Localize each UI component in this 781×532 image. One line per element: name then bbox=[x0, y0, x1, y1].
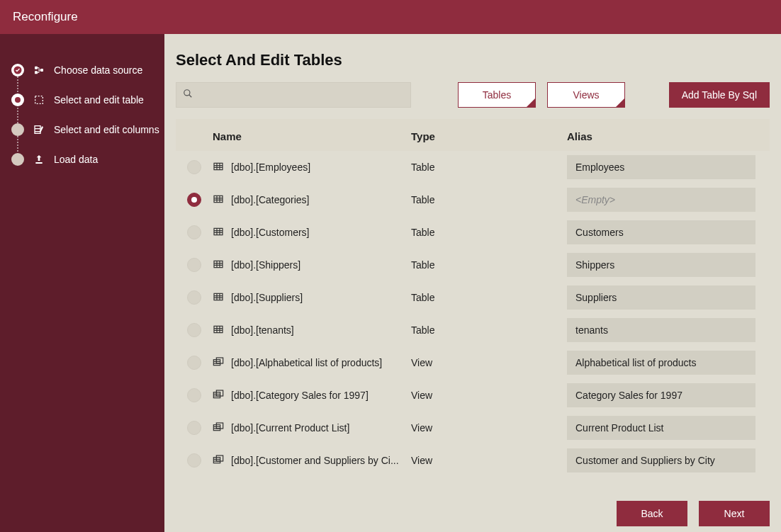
body: Choose data sourceSelect and edit tableS… bbox=[0, 34, 781, 532]
svg-rect-44 bbox=[216, 358, 223, 363]
row-radio[interactable] bbox=[187, 193, 201, 207]
upload-icon bbox=[33, 153, 45, 166]
table-icon bbox=[213, 226, 225, 239]
svg-rect-36 bbox=[214, 326, 223, 332]
alias-input[interactable] bbox=[567, 220, 755, 244]
step-list: Choose data sourceSelect and edit tableS… bbox=[0, 55, 164, 174]
row-name: [dbo].[tenants] bbox=[231, 324, 411, 336]
row-radio[interactable] bbox=[187, 356, 201, 370]
table-row[interactable]: [dbo].[Shippers]Table bbox=[176, 249, 770, 281]
table-header: Name Type Alias bbox=[176, 119, 770, 151]
svg-rect-3 bbox=[40, 69, 43, 72]
alias-input[interactable] bbox=[567, 351, 755, 375]
step-indicator bbox=[11, 123, 24, 136]
row-type: View bbox=[411, 455, 567, 466]
row-type: View bbox=[411, 390, 567, 401]
next-button[interactable]: Next bbox=[699, 501, 770, 526]
titlebar: Reconfigure bbox=[0, 0, 781, 34]
row-type: Table bbox=[411, 324, 567, 336]
datasource-icon bbox=[33, 64, 45, 77]
row-alias-cell bbox=[567, 188, 755, 212]
alias-input[interactable] bbox=[567, 416, 755, 440]
table-icon bbox=[213, 324, 225, 336]
alias-input[interactable] bbox=[567, 285, 755, 310]
wizard-step-0[interactable]: Choose data source bbox=[0, 55, 164, 85]
svg-point-9 bbox=[184, 90, 190, 96]
row-alias-cell bbox=[567, 155, 755, 179]
table-row[interactable]: [dbo].[Category Sales for 1997]View bbox=[176, 379, 770, 412]
row-name: [dbo].[Shippers] bbox=[231, 259, 411, 271]
row-alias-cell bbox=[567, 448, 755, 472]
row-radio[interactable] bbox=[187, 388, 201, 402]
table-icon bbox=[213, 259, 225, 271]
row-type: View bbox=[411, 357, 567, 368]
col-header-type: Type bbox=[411, 130, 567, 142]
step-indicator bbox=[11, 94, 24, 106]
row-radio[interactable] bbox=[187, 421, 201, 435]
svg-rect-8 bbox=[35, 162, 42, 164]
table-row[interactable]: [dbo].[Customer and Suppliers by Ci...Vi… bbox=[176, 444, 770, 477]
svg-rect-26 bbox=[214, 261, 223, 267]
table-icon bbox=[213, 193, 225, 206]
search-wrap bbox=[176, 82, 411, 108]
step-indicator bbox=[11, 153, 24, 166]
alias-input[interactable] bbox=[567, 188, 755, 212]
table-row[interactable]: [dbo].[tenants]Table bbox=[176, 314, 770, 346]
view-icon bbox=[213, 454, 225, 467]
table-row[interactable]: [dbo].[Suppliers]Table bbox=[176, 281, 770, 314]
back-button[interactable]: Back bbox=[617, 501, 687, 526]
table-icon bbox=[213, 161, 225, 174]
wizard-step-1[interactable]: Select and edit table bbox=[0, 85, 164, 115]
table-row[interactable]: [dbo].[Current Product List]View bbox=[176, 412, 770, 444]
row-type: Table bbox=[411, 227, 567, 238]
svg-rect-53 bbox=[213, 458, 220, 463]
row-radio[interactable] bbox=[187, 160, 201, 174]
svg-rect-2 bbox=[35, 71, 38, 74]
row-alias-cell bbox=[567, 253, 755, 277]
row-type: View bbox=[411, 422, 567, 434]
add-table-by-sql-button[interactable]: Add Table By Sql bbox=[669, 82, 770, 108]
search-input[interactable] bbox=[176, 82, 411, 108]
row-type: Table bbox=[411, 194, 567, 205]
search-icon bbox=[183, 89, 193, 101]
row-name: [dbo].[Customers] bbox=[231, 227, 411, 238]
row-radio[interactable] bbox=[187, 258, 201, 272]
row-radio[interactable] bbox=[187, 323, 201, 337]
main-panel: Select And Edit Tables Tables Views Add … bbox=[164, 34, 781, 532]
alias-input[interactable] bbox=[567, 448, 755, 472]
step-label: Load data bbox=[54, 154, 98, 165]
svg-rect-16 bbox=[214, 196, 223, 202]
row-name: [dbo].[Suppliers] bbox=[231, 292, 411, 303]
window-title: Reconfigure bbox=[13, 10, 78, 24]
table-row[interactable]: [dbo].[Customers]Table bbox=[176, 216, 770, 249]
row-name: [dbo].[Category Sales for 1997] bbox=[231, 390, 411, 401]
row-radio[interactable] bbox=[187, 225, 201, 239]
svg-line-10 bbox=[189, 95, 192, 98]
filter-tables-button[interactable]: Tables bbox=[458, 82, 536, 108]
alias-input[interactable] bbox=[567, 383, 755, 407]
table-row[interactable]: [dbo].[Categories]Table bbox=[176, 183, 770, 216]
filter-views-button[interactable]: Views bbox=[547, 82, 625, 108]
table-select-icon bbox=[33, 94, 45, 106]
col-header-name: Name bbox=[213, 130, 411, 142]
alias-input[interactable] bbox=[567, 253, 755, 277]
row-alias-cell bbox=[567, 285, 755, 310]
alias-input[interactable] bbox=[567, 318, 755, 342]
step-label: Choose data source bbox=[54, 64, 142, 76]
row-alias-cell bbox=[567, 318, 755, 342]
alias-input[interactable] bbox=[567, 155, 755, 179]
table-rows[interactable]: [dbo].[Employees]Table[dbo].[Categories]… bbox=[176, 151, 770, 477]
row-name: [dbo].[Customer and Suppliers by Ci... bbox=[231, 455, 411, 466]
table-row[interactable]: [dbo].[Employees]Table bbox=[176, 151, 770, 183]
svg-rect-56 bbox=[216, 455, 223, 461]
row-alias-cell bbox=[567, 220, 755, 244]
svg-rect-1 bbox=[35, 67, 38, 69]
svg-rect-52 bbox=[216, 423, 223, 429]
table-row[interactable]: [dbo].[Alphabetical list of products]Vie… bbox=[176, 346, 770, 379]
row-radio[interactable] bbox=[187, 290, 201, 305]
wizard-step-2[interactable]: Select and edit columns bbox=[0, 115, 164, 145]
svg-rect-45 bbox=[213, 392, 220, 398]
row-radio[interactable] bbox=[187, 453, 201, 468]
wizard-step-3[interactable]: Load data bbox=[0, 145, 164, 174]
row-type: Table bbox=[411, 292, 567, 303]
